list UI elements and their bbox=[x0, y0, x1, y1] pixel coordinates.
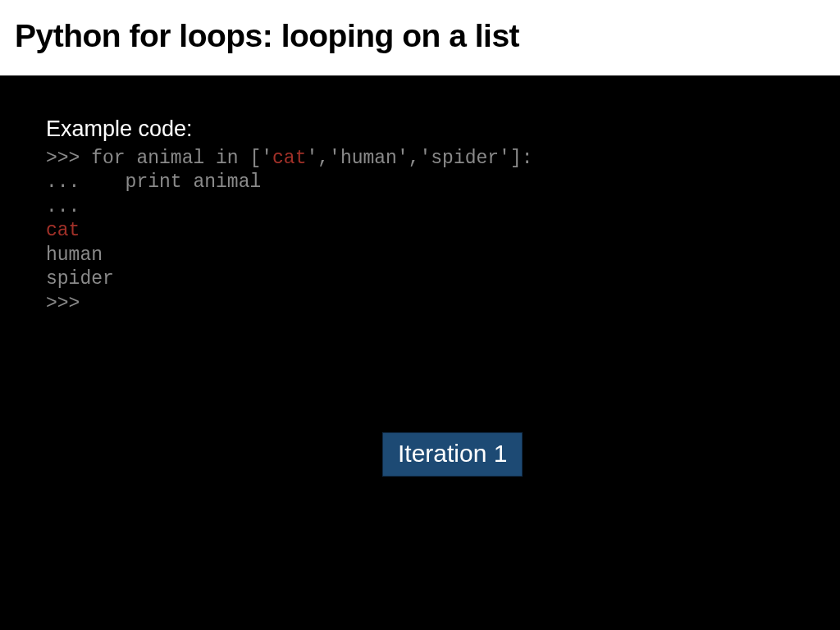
example-code-label: Example code: bbox=[46, 116, 840, 142]
code-line-5: human bbox=[46, 244, 103, 266]
code-line-3: ... bbox=[46, 196, 80, 217]
code-line-1-post: ','human','spider']: bbox=[306, 148, 532, 169]
slide-content: Example code: >>> for animal in ['cat','… bbox=[0, 75, 840, 316]
code-line-2: ... print animal bbox=[46, 171, 261, 193]
code-block: >>> for animal in ['cat','human','spider… bbox=[46, 147, 840, 316]
code-line-1-highlight: cat bbox=[272, 148, 306, 169]
code-line-6: spider bbox=[46, 268, 114, 290]
code-line-4-highlight: cat bbox=[46, 220, 80, 241]
code-line-1-pre: >>> for animal in [' bbox=[46, 148, 272, 169]
iteration-badge: Iteration 1 bbox=[382, 432, 523, 477]
slide-title: Python for loops: looping on a list bbox=[0, 0, 840, 75]
code-line-7: >>> bbox=[46, 293, 80, 314]
